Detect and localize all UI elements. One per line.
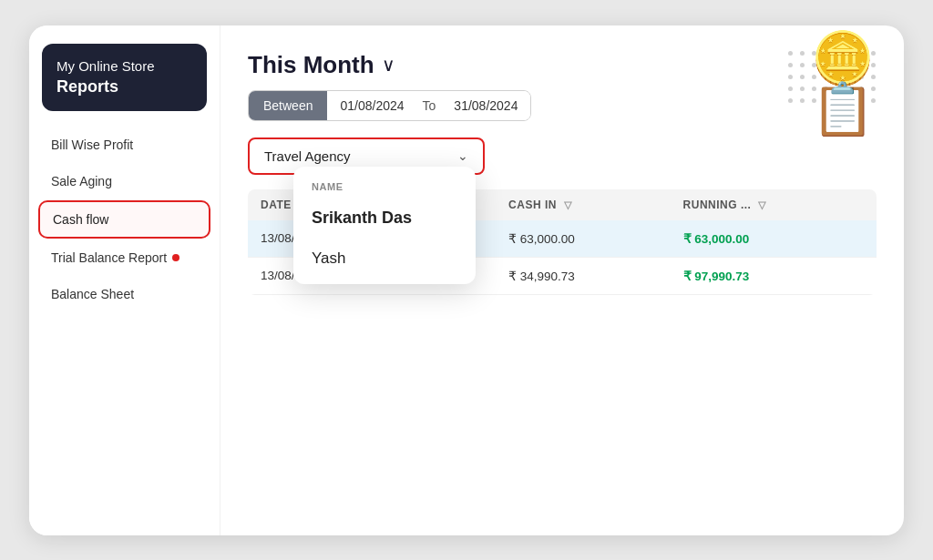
- main-header: This Month ∨ Between 01/08/2024 To 31/08…: [248, 51, 877, 121]
- coins-report-icon: 🪙📋: [811, 33, 877, 135]
- name-dropdown-item-srikanth[interactable]: Srikanth Das: [293, 198, 476, 239]
- agency-dropdown-value: Travel Agency: [264, 148, 351, 164]
- sidebar-item-bill-wise-profit[interactable]: Bill Wise Profit: [38, 127, 210, 162]
- name-dropdown-overlay: NAME Srikanth Das Yash: [293, 167, 476, 284]
- sidebar-item-cash-flow[interactable]: Cash flow: [38, 200, 210, 239]
- cell-running-1: ₹ 63,000.00: [671, 220, 877, 258]
- header-left: This Month ∨ Between 01/08/2024 To 31/08…: [248, 51, 531, 121]
- running-filter-icon[interactable]: ▽: [758, 199, 766, 210]
- date-range-row: Between 01/08/2024 To 31/08/2024: [248, 90, 531, 121]
- cell-cash-in-1: ₹ 63,000.00: [496, 220, 671, 258]
- date-to[interactable]: 31/08/2024: [441, 91, 530, 120]
- name-dropdown-item-yash[interactable]: Yash: [293, 239, 476, 279]
- sidebar: My Online Store Reports Bill Wise Profit…: [29, 25, 220, 535]
- cash-in-filter-icon[interactable]: ▽: [564, 199, 572, 210]
- month-title: This Month: [248, 51, 374, 79]
- chevron-down-icon: ∨: [382, 54, 395, 76]
- sidebar-header: My Online Store Reports: [42, 44, 207, 111]
- dropdown-arrow-icon: ⌄: [457, 148, 468, 163]
- cell-cash-in-2: ₹ 34,990.73: [496, 257, 671, 294]
- date-from[interactable]: 01/08/2024: [327, 91, 416, 120]
- name-dropdown-header: NAME: [293, 172, 476, 198]
- header-icon-area: 🪙📋: [811, 51, 877, 117]
- cell-running-2: ₹ 97,990.73: [671, 257, 877, 294]
- col-running: RUNNING ... ▽: [671, 189, 877, 220]
- sidebar-item-balance-sheet[interactable]: Balance Sheet: [38, 277, 210, 311]
- sidebar-item-sale-aging[interactable]: Sale Aging: [38, 164, 210, 199]
- col-cash-in: CASH IN ▽: [496, 189, 671, 220]
- to-label: To: [417, 91, 442, 120]
- sidebar-item-trial-balance[interactable]: Trial Balance Report: [38, 240, 210, 275]
- main-content: This Month ∨ Between 01/08/2024 To 31/08…: [220, 25, 904, 535]
- reports-label: Reports: [56, 77, 192, 97]
- sidebar-menu: Bill Wise Profit Sale Aging Cash flow Tr…: [29, 127, 220, 311]
- store-name: My Online Store: [56, 58, 192, 74]
- month-selector[interactable]: This Month ∨: [248, 51, 531, 79]
- between-button[interactable]: Between: [249, 91, 327, 120]
- new-dot-indicator: [172, 254, 179, 261]
